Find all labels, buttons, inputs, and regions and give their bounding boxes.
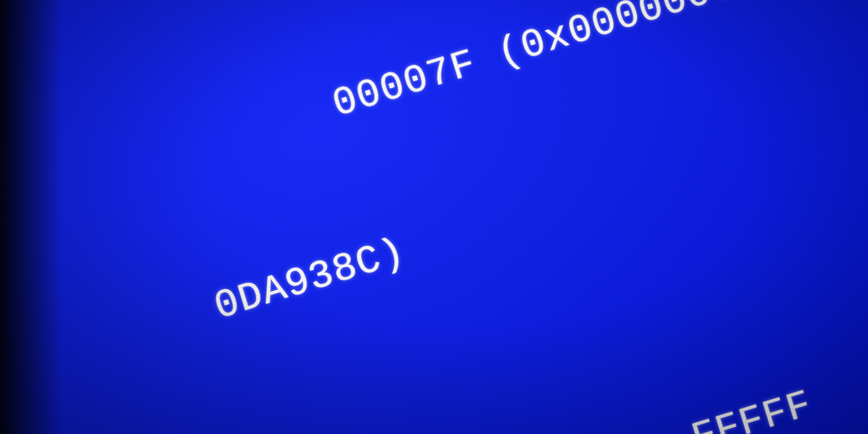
bsod-line: *** dxgmms1.sys - Address FFFFF — [27, 364, 865, 434]
bsod-screenshot: 00007F (0x0000000 0DA938C) *** dxgmms1.s… — [0, 0, 868, 434]
crt-screen: 00007F (0x0000000 0DA938C) *** dxgmms1.s… — [0, 0, 868, 434]
bsod-line: 00007F (0x0000000 — [0, 0, 742, 261]
bsod-text-block: 00007F (0x0000000 0DA938C) *** dxgmms1.s… — [0, 0, 868, 434]
